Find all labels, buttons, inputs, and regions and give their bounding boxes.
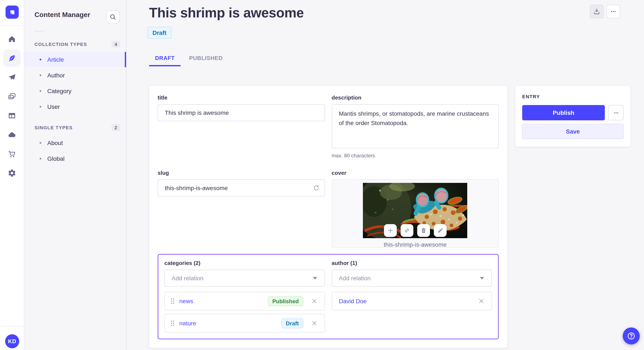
- tab-published[interactable]: PUBLISHED: [183, 50, 228, 66]
- bullet-icon: [40, 74, 41, 76]
- description-textarea[interactable]: Mantis shrimps, or stomatopods, are mari…: [332, 104, 499, 149]
- bullet-icon: [40, 158, 41, 160]
- feather-icon: [8, 54, 16, 62]
- chevron-down-icon: [312, 276, 318, 280]
- drag-dots-icon: [171, 298, 174, 304]
- remove-relation-button[interactable]: [310, 319, 318, 328]
- slug-input[interactable]: [158, 179, 325, 196]
- nav-media-library[interactable]: [4, 88, 20, 105]
- help-question-icon: [626, 331, 636, 341]
- nav-content-type-builder[interactable]: [4, 107, 20, 124]
- collection-types-section: COLLECTION TYPES 4 Article Author Catego…: [24, 41, 126, 115]
- publish-button[interactable]: Publish: [522, 105, 605, 120]
- author-relation-list: David Doe: [332, 292, 492, 311]
- relation-link-nature[interactable]: nature: [179, 320, 196, 327]
- status-badge: Draft: [147, 27, 172, 39]
- regenerate-icon: [313, 184, 320, 191]
- more-options-icon: [613, 110, 619, 116]
- chevron-down-icon: [479, 276, 485, 280]
- search-icon: [109, 13, 117, 21]
- tab-draft[interactable]: DRAFT: [149, 50, 180, 66]
- author-field: author (1) Add relation David Doe: [332, 260, 492, 333]
- relation-row-news: news Published: [164, 292, 325, 311]
- single-types-section: SINGLE TYPES 2 About Global: [24, 124, 126, 167]
- save-button[interactable]: Save: [522, 124, 624, 139]
- title-field-label: title: [158, 94, 325, 101]
- relation-link-david-doe[interactable]: David Doe: [339, 298, 367, 305]
- section-label: COLLECTION TYPES: [34, 42, 87, 47]
- categories-add-relation-select[interactable]: Add relation: [164, 270, 325, 287]
- remove-relation-button[interactable]: [477, 297, 486, 305]
- categories-field: categories (2) Add relation: [164, 260, 325, 333]
- edit-form-card: title description Mantis shrimps, or sto…: [149, 86, 507, 348]
- cover-action-buttons: [384, 224, 446, 237]
- relations-highlight-box: categories (2) Add relation: [158, 254, 499, 339]
- app-window: KD Content Manager COLLECTION TYPES 4 Ar…: [0, 0, 644, 350]
- cover-copy-link-button[interactable]: [400, 224, 413, 237]
- strapi-logo[interactable]: [6, 5, 19, 19]
- author-field-label: author (1): [332, 260, 492, 266]
- sidebar-title: Content Manager: [34, 11, 90, 19]
- drag-handle-icon[interactable]: [171, 320, 174, 326]
- categories-field-label: categories (2): [164, 260, 325, 266]
- nav-releases[interactable]: [4, 69, 20, 86]
- trash-icon: [420, 227, 427, 234]
- home-icon: [8, 35, 16, 43]
- close-icon: [311, 320, 317, 326]
- author-add-relation-select[interactable]: Add relation: [332, 270, 492, 287]
- title-input[interactable]: [158, 104, 325, 121]
- remove-relation-button[interactable]: [310, 297, 318, 305]
- layout-icon: [8, 111, 16, 120]
- cover-delete-button[interactable]: [417, 224, 430, 237]
- download-icon: [593, 8, 600, 15]
- nav-home[interactable]: [4, 31, 20, 48]
- nav-cloud[interactable]: [4, 126, 20, 143]
- nav-marketplace[interactable]: [4, 146, 20, 163]
- categories-select-placeholder: Add relation: [172, 275, 204, 282]
- help-button[interactable]: [623, 328, 640, 345]
- relation-link-news[interactable]: news: [179, 298, 193, 305]
- link-icon: [404, 227, 410, 234]
- entry-more-options-button[interactable]: [608, 105, 624, 120]
- bullet-icon: [40, 142, 41, 144]
- pencil-icon: [437, 227, 444, 234]
- section-count-badge: 2: [112, 124, 120, 131]
- nav-content-manager[interactable]: [4, 50, 20, 67]
- entry-panel: ENTRY Publish Save: [515, 86, 630, 147]
- author-select-placeholder: Add relation: [339, 275, 370, 282]
- user-avatar[interactable]: KD: [5, 334, 19, 348]
- drag-handle-icon[interactable]: [171, 298, 174, 304]
- cover-filename: this-shrimp-is-awesome: [384, 241, 447, 248]
- cover-edit-button[interactable]: [434, 224, 446, 237]
- icon-rail: KD: [0, 0, 24, 350]
- sidebar-item-category[interactable]: Category: [24, 83, 126, 99]
- sidebar-item-article[interactable]: Article: [24, 52, 126, 67]
- cover-field: cover: [332, 170, 499, 248]
- sidebar-item-author[interactable]: Author: [24, 68, 126, 83]
- section-count-badge: 4: [112, 41, 120, 48]
- slug-regenerate-button[interactable]: [310, 182, 322, 194]
- divider: [34, 31, 45, 31]
- slug-field-label: slug: [158, 170, 325, 176]
- shopping-cart-icon: [8, 150, 16, 158]
- sidebar-item-about[interactable]: About: [24, 135, 126, 151]
- drag-dots-icon: [171, 320, 174, 326]
- relation-row-david-doe: David Doe: [332, 292, 492, 311]
- main-content: This shrimp is awesome Draft DRAFT PUBLI…: [126, 0, 644, 350]
- header-more-options-button[interactable]: [606, 5, 620, 18]
- strapi-logo-glyph: [8, 7, 17, 17]
- cover-add-button[interactable]: [384, 224, 397, 237]
- sidebar-item-global[interactable]: Global: [24, 151, 126, 166]
- bullet-icon: [40, 90, 41, 92]
- plus-icon: [387, 227, 394, 234]
- nav-settings[interactable]: [4, 165, 20, 181]
- download-button[interactable]: [590, 5, 604, 18]
- page-title: This shrimp is awesome: [149, 5, 304, 21]
- bullet-icon: [40, 106, 41, 108]
- relation-status-badge: Draft: [282, 318, 303, 328]
- search-button[interactable]: [106, 10, 120, 24]
- title-field: title: [158, 94, 325, 159]
- divider: [0, 326, 24, 327]
- categories-relation-list: news Published: [164, 292, 325, 333]
- sidebar-item-user[interactable]: User: [24, 99, 126, 114]
